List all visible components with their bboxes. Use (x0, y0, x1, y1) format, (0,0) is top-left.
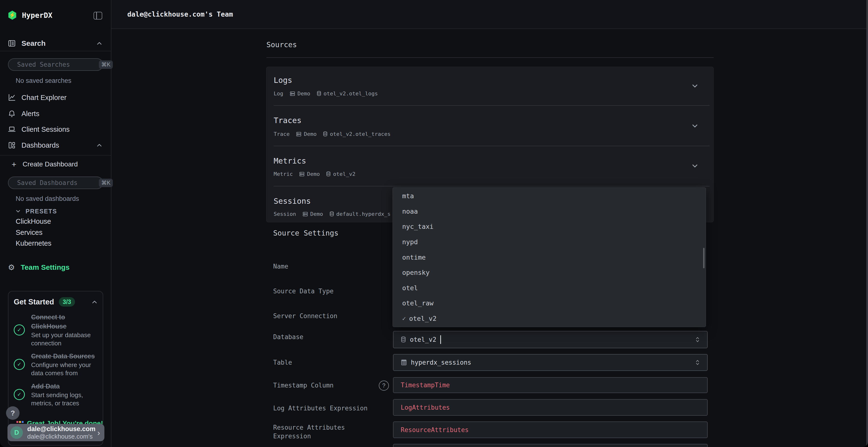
table-input[interactable]: hyperdx_sessions (393, 354, 708, 371)
chevron-up-icon[interactable] (91, 299, 98, 306)
source-title-sessions: Sessions (274, 197, 311, 206)
next-input-partial[interactable] (393, 444, 708, 447)
chart-icon (8, 94, 16, 101)
dashboards-icon (8, 141, 16, 149)
celebration-row: Great Job! You're done! (17, 419, 103, 424)
help-circle-icon[interactable]: ? (379, 381, 389, 391)
server-icon (289, 91, 296, 97)
table-chip: otel_v2.otel_traces (323, 131, 391, 137)
dropdown-option-selected[interactable]: ✓ otel_v2 (393, 311, 706, 326)
dropdown-option[interactable]: noaa (393, 204, 706, 219)
database-icon (326, 171, 331, 177)
bell-icon (8, 110, 16, 117)
presets-header[interactable]: PRESETS (15, 207, 57, 215)
sidebar-item-team-settings[interactable]: ⚙ Team Settings (8, 261, 70, 274)
sidebar-divider (0, 51, 111, 51)
divider (274, 186, 710, 186)
step-title: Create Data Sources (31, 352, 98, 361)
text-caret (440, 335, 441, 344)
chevron-up-icon[interactable] (96, 40, 103, 47)
collapse-sidebar-icon[interactable] (94, 12, 102, 20)
dropdown-option[interactable]: otel_raw (393, 296, 706, 311)
team-title: dale@clickhouse.com's Team (127, 10, 233, 18)
dropdown-option[interactable]: nyc_taxi (393, 219, 706, 234)
saved-dashboards-input[interactable] (17, 179, 99, 187)
saved-searches-pill[interactable]: ⌘K (8, 58, 103, 71)
dropdown-option[interactable]: opensky (393, 265, 706, 280)
name-label: Name (273, 262, 288, 271)
chevron-down-icon[interactable] (691, 122, 699, 130)
chevron-right-icon: › (97, 428, 100, 437)
chevron-down-icon[interactable] (691, 82, 699, 90)
team-settings-label: Team Settings (21, 263, 70, 271)
select-chevrons-icon[interactable] (695, 359, 700, 366)
chevron-down-icon (15, 208, 21, 214)
timestamp-column-label: Timestamp Column (273, 381, 334, 390)
table-chip: otel_v2 (326, 171, 355, 177)
divider (274, 146, 710, 146)
source-title-logs: Logs (274, 76, 292, 85)
saved-searches-input[interactable] (17, 61, 99, 68)
source-type: Session (274, 211, 296, 217)
database-dropdown: mta noaa nyc_taxi nypd ontime opensky ot… (393, 187, 706, 327)
log-attributes-label: Log Attributes Expression (273, 404, 368, 413)
chevron-down-icon[interactable] (691, 162, 699, 170)
sidebar-item-client-sessions[interactable]: Client Sessions (8, 123, 103, 136)
dropdown-scrollbar[interactable] (703, 248, 705, 268)
sidebar-section-search[interactable]: Search (8, 37, 103, 50)
window-scrollbar[interactable] (866, 0, 868, 447)
resource-attributes-input[interactable]: ResourceAttributes (393, 421, 708, 438)
source-type: Trace (274, 131, 289, 137)
timestamp-column-input[interactable]: TimestampTime (393, 377, 708, 393)
sidebar: ⚡ HyperDX Search ⌘K No saved searches Ch… (0, 0, 112, 447)
sidebar-item-services[interactable]: Services (16, 229, 42, 238)
server-connection-label: Server Connection (273, 312, 337, 320)
topbar: dale@clickhouse.com's Team (112, 0, 868, 29)
help-button[interactable]: ? (6, 406, 20, 420)
connection-chip: Demo (296, 131, 317, 137)
sidebar-item-chart-explorer[interactable]: Chart Explorer (8, 91, 103, 104)
connection-chip: Demo (289, 91, 310, 97)
get-started-header[interactable]: Get Started 3/3 (14, 297, 98, 307)
get-started-step[interactable]: ✓ Create Data Sources Configure where yo… (14, 352, 98, 377)
connection-chip: Demo (299, 171, 320, 177)
logo-row[interactable]: ⚡ HyperDX (8, 10, 52, 21)
table-chip: otel_v2.otel_logs (317, 91, 378, 97)
get-started-step[interactable]: ✓ Connect to ClickHouse Set up your data… (14, 313, 98, 347)
server-icon (302, 211, 308, 217)
sidebar-item-kubernetes[interactable]: Kubernetes (16, 239, 51, 248)
database-icon (329, 211, 334, 217)
database-input[interactable]: otel_v2 (393, 331, 708, 348)
create-dashboard-button[interactable]: + Create Dashboard (11, 158, 78, 171)
database-icon (323, 131, 328, 137)
log-attributes-input[interactable]: LogAttributes (393, 399, 708, 416)
saved-dashboards-pill[interactable]: ⌘K (8, 176, 103, 189)
chevron-up-icon[interactable] (96, 142, 103, 149)
server-icon (299, 171, 305, 177)
resource-attributes-value: ResourceAttributes (401, 426, 469, 434)
dropdown-option[interactable]: ontime (393, 249, 706, 265)
step-title: Add Data (31, 382, 98, 391)
sidebar-item-alerts[interactable]: Alerts (8, 107, 103, 121)
source-meta-metrics: Metric Demo otel_v2 (274, 171, 355, 177)
table-value: hyperdx_sessions (411, 359, 471, 366)
step-title: Connect to ClickHouse (31, 313, 98, 331)
sidebar-item-dashboards[interactable]: Dashboards (8, 138, 103, 152)
step-desc: Configure where your data comes from (31, 361, 98, 377)
user-profile-button[interactable]: D dale@clickhouse.com dale@clickhouse.co… (7, 424, 104, 441)
resource-attributes-label: Resource Attributes Expression (273, 423, 350, 441)
database-icon (401, 336, 406, 343)
step-desc: Set up your database connection (31, 331, 98, 347)
divider (267, 57, 714, 58)
get-started-step[interactable]: ✓ Add Data Start sending logs, metrics, … (14, 382, 98, 407)
table-chip: default.hyperdx_s (329, 211, 391, 217)
no-saved-searches-text: No saved searches (16, 77, 71, 84)
dropdown-option[interactable]: nypd (393, 234, 706, 250)
sidebar-item-clickhouse[interactable]: ClickHouse (16, 217, 51, 227)
dropdown-option[interactable]: otel (393, 280, 706, 296)
sources-heading: Sources (267, 40, 297, 49)
plus-icon: + (11, 160, 17, 169)
select-chevrons-icon[interactable] (695, 337, 700, 343)
check-icon: ✓ (402, 315, 406, 322)
dropdown-option[interactable]: mta (393, 188, 706, 204)
